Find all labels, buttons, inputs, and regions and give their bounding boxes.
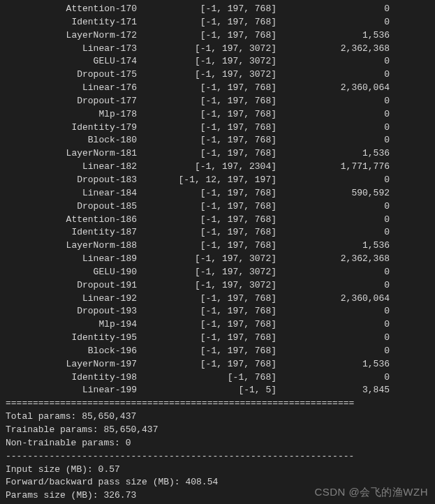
param-count: 0	[285, 332, 390, 345]
param-count: 0	[285, 345, 390, 358]
layer-name: Linear-199	[6, 384, 145, 397]
table-row: Block-196[-1, 197, 768]0	[6, 345, 429, 358]
layer-name: Dropout-183	[6, 174, 145, 187]
layer-name: LayerNorm-197	[6, 358, 145, 371]
table-row: Linear-173[-1, 197, 3072]2,362,368	[6, 43, 429, 56]
layer-name: Identity-179	[6, 121, 145, 135]
divider-equals: ========================================…	[6, 397, 429, 410]
param-count: 2,360,064	[285, 292, 390, 306]
table-row: LayerNorm-181[-1, 197, 768]1,536	[6, 147, 429, 161]
param-count: 0	[285, 371, 390, 385]
param-count: 0	[285, 305, 390, 318]
table-row: Dropout-175[-1, 197, 3072]0	[6, 68, 429, 82]
output-shape: [-1, 197, 768]	[145, 200, 285, 214]
param-count: 1,536	[285, 358, 390, 371]
layer-name: LayerNorm-172	[6, 29, 145, 43]
divider-dash-1: ----------------------------------------…	[6, 450, 429, 464]
table-row: Attention-186[-1, 197, 768]0	[6, 214, 429, 227]
output-shape: [-1, 197, 768]	[145, 305, 285, 318]
table-row: Linear-182[-1, 197, 2304]1,771,776	[6, 161, 429, 174]
param-count: 0	[285, 200, 390, 214]
param-count: 0	[285, 174, 390, 187]
table-row: GELU-190[-1, 197, 3072]0	[6, 266, 429, 279]
layer-name: Linear-182	[6, 161, 145, 174]
output-shape: [-1, 197, 768]	[145, 82, 285, 95]
output-shape: [-1, 197, 3072]	[145, 279, 285, 292]
output-shape: [-1, 12, 197, 197]	[145, 174, 285, 187]
param-count: 0	[285, 226, 390, 239]
param-count: 1,536	[285, 239, 390, 253]
layer-name: Identity-171	[6, 16, 145, 29]
table-row: Identity-195[-1, 197, 768]0	[6, 332, 429, 345]
output-shape: [-1, 197, 768]	[145, 95, 285, 108]
layer-name: Identity-187	[6, 226, 145, 239]
table-row: Identity-179[-1, 197, 768]0	[6, 121, 429, 135]
trainable-params: Trainable params: 85,650,437	[6, 424, 429, 437]
table-row: Dropout-191[-1, 197, 3072]0	[6, 279, 429, 292]
table-row: LayerNorm-172[-1, 197, 768]1,536	[6, 29, 429, 43]
layer-name: Mlp-194	[6, 318, 145, 332]
table-row: Linear-189[-1, 197, 3072]2,362,368	[6, 253, 429, 266]
layer-name: Dropout-193	[6, 305, 145, 318]
param-count: 0	[285, 279, 390, 292]
output-shape: [-1, 197, 768]	[145, 3, 285, 16]
input-size: Input size (MB): 0.57	[6, 464, 429, 477]
param-count: 1,536	[285, 29, 390, 43]
output-shape: [-1, 197, 768]	[145, 239, 285, 253]
table-row: LayerNorm-188[-1, 197, 768]1,536	[6, 239, 429, 253]
layer-name: Dropout-191	[6, 279, 145, 292]
layer-name: Dropout-177	[6, 95, 145, 108]
layer-name: Block-180	[6, 134, 145, 147]
layer-name: GELU-190	[6, 266, 145, 279]
layer-name: LayerNorm-181	[6, 147, 145, 161]
layer-name: Identity-195	[6, 332, 145, 345]
output-shape: [-1, 768]	[145, 371, 285, 385]
param-count: 0	[285, 214, 390, 227]
layer-name: Block-196	[6, 345, 145, 358]
layer-name: Identity-198	[6, 371, 145, 385]
layer-name: Linear-173	[6, 43, 145, 56]
table-row: Linear-184[-1, 197, 768]590,592	[6, 187, 429, 200]
table-row: Block-180[-1, 197, 768]0	[6, 134, 429, 147]
param-count: 0	[285, 55, 390, 68]
output-shape: [-1, 197, 3072]	[145, 55, 285, 68]
table-row: Mlp-178[-1, 197, 768]0	[6, 108, 429, 121]
table-row: Dropout-193[-1, 197, 768]0	[6, 305, 429, 318]
layer-name: Linear-189	[6, 253, 145, 266]
param-count: 0	[285, 68, 390, 82]
table-row: Linear-192[-1, 197, 768]2,360,064	[6, 292, 429, 306]
layer-name: Dropout-175	[6, 68, 145, 82]
param-count: 0	[285, 3, 390, 16]
total-params: Total params: 85,650,437	[6, 410, 429, 424]
param-count: 0	[285, 318, 390, 332]
output-shape: [-1, 197, 768]	[145, 147, 285, 161]
table-row: Dropout-183[-1, 12, 197, 197]0	[6, 174, 429, 187]
table-row: LayerNorm-197[-1, 197, 768]1,536	[6, 358, 429, 371]
output-shape: [-1, 197, 3072]	[145, 43, 285, 56]
param-count: 2,362,368	[285, 43, 390, 56]
layer-name: Attention-170	[6, 3, 145, 16]
param-count: 1,536	[285, 147, 390, 161]
param-count: 0	[285, 121, 390, 135]
table-row: Identity-187[-1, 197, 768]0	[6, 226, 429, 239]
output-shape: [-1, 197, 768]	[145, 187, 285, 200]
output-shape: [-1, 197, 768]	[145, 121, 285, 135]
table-row: Linear-176[-1, 197, 768]2,360,064	[6, 82, 429, 95]
output-shape: [-1, 197, 2304]	[145, 161, 285, 174]
param-count: 3,845	[285, 384, 390, 397]
watermark: CSDN @会飞的渔WZH	[314, 484, 428, 500]
layer-name: Linear-192	[6, 292, 145, 306]
layer-name: Linear-184	[6, 187, 145, 200]
table-row: Linear-199[-1, 5]3,845	[6, 384, 429, 397]
param-count: 0	[285, 266, 390, 279]
param-count: 1,771,776	[285, 161, 390, 174]
param-count: 0	[285, 95, 390, 108]
param-count: 2,360,064	[285, 82, 390, 95]
table-row: Dropout-177[-1, 197, 768]0	[6, 95, 429, 108]
output-shape: [-1, 197, 768]	[145, 332, 285, 345]
table-row: Dropout-185[-1, 197, 768]0	[6, 200, 429, 214]
output-shape: [-1, 197, 768]	[145, 345, 285, 358]
table-row: GELU-174[-1, 197, 3072]0	[6, 55, 429, 68]
layer-name: LayerNorm-188	[6, 239, 145, 253]
output-shape: [-1, 197, 768]	[145, 108, 285, 121]
